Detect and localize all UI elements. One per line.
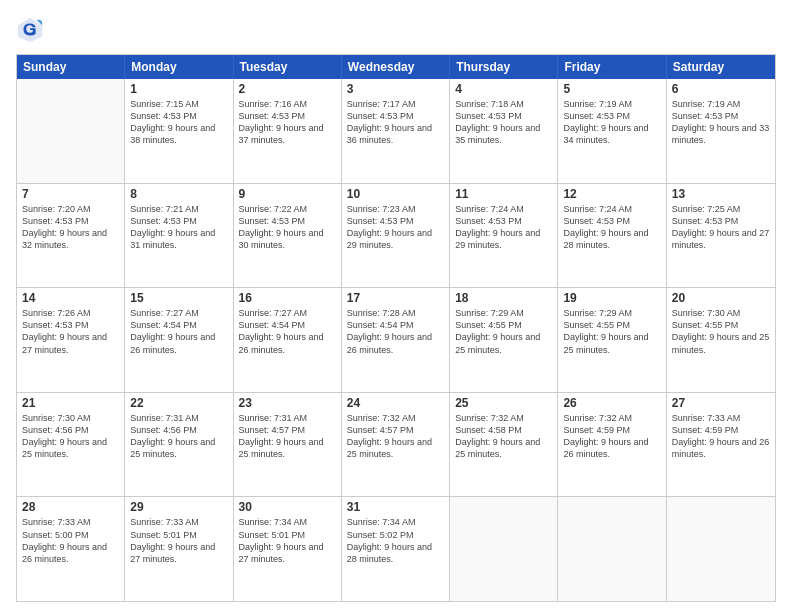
header-day-tuesday: Tuesday [234, 55, 342, 79]
cell-info: Sunrise: 7:19 AMSunset: 4:53 PMDaylight:… [672, 98, 770, 147]
cell-info: Sunrise: 7:31 AMSunset: 4:56 PMDaylight:… [130, 412, 227, 461]
cell-info: Sunrise: 7:34 AMSunset: 5:02 PMDaylight:… [347, 516, 444, 565]
header-day-monday: Monday [125, 55, 233, 79]
calendar-day-27: 27 Sunrise: 7:33 AMSunset: 4:59 PMDaylig… [667, 393, 775, 497]
calendar-empty-cell [450, 497, 558, 601]
day-number: 24 [347, 396, 444, 410]
cell-info: Sunrise: 7:22 AMSunset: 4:53 PMDaylight:… [239, 203, 336, 252]
cell-info: Sunrise: 7:30 AMSunset: 4:55 PMDaylight:… [672, 307, 770, 356]
calendar-day-1: 1 Sunrise: 7:15 AMSunset: 4:53 PMDayligh… [125, 79, 233, 183]
header-day-thursday: Thursday [450, 55, 558, 79]
day-number: 13 [672, 187, 770, 201]
cell-info: Sunrise: 7:27 AMSunset: 4:54 PMDaylight:… [239, 307, 336, 356]
day-number: 10 [347, 187, 444, 201]
calendar-day-5: 5 Sunrise: 7:19 AMSunset: 4:53 PMDayligh… [558, 79, 666, 183]
day-number: 21 [22, 396, 119, 410]
calendar-day-4: 4 Sunrise: 7:18 AMSunset: 4:53 PMDayligh… [450, 79, 558, 183]
day-number: 8 [130, 187, 227, 201]
calendar-day-22: 22 Sunrise: 7:31 AMSunset: 4:56 PMDaylig… [125, 393, 233, 497]
calendar-day-30: 30 Sunrise: 7:34 AMSunset: 5:01 PMDaylig… [234, 497, 342, 601]
calendar-day-17: 17 Sunrise: 7:28 AMSunset: 4:54 PMDaylig… [342, 288, 450, 392]
calendar-day-8: 8 Sunrise: 7:21 AMSunset: 4:53 PMDayligh… [125, 184, 233, 288]
calendar-day-23: 23 Sunrise: 7:31 AMSunset: 4:57 PMDaylig… [234, 393, 342, 497]
cell-info: Sunrise: 7:18 AMSunset: 4:53 PMDaylight:… [455, 98, 552, 147]
cell-info: Sunrise: 7:23 AMSunset: 4:53 PMDaylight:… [347, 203, 444, 252]
day-number: 16 [239, 291, 336, 305]
cell-info: Sunrise: 7:32 AMSunset: 4:58 PMDaylight:… [455, 412, 552, 461]
cell-info: Sunrise: 7:29 AMSunset: 4:55 PMDaylight:… [455, 307, 552, 356]
day-number: 7 [22, 187, 119, 201]
day-number: 19 [563, 291, 660, 305]
cell-info: Sunrise: 7:32 AMSunset: 4:57 PMDaylight:… [347, 412, 444, 461]
day-number: 23 [239, 396, 336, 410]
calendar-day-12: 12 Sunrise: 7:24 AMSunset: 4:53 PMDaylig… [558, 184, 666, 288]
calendar-day-29: 29 Sunrise: 7:33 AMSunset: 5:01 PMDaylig… [125, 497, 233, 601]
calendar-day-9: 9 Sunrise: 7:22 AMSunset: 4:53 PMDayligh… [234, 184, 342, 288]
cell-info: Sunrise: 7:30 AMSunset: 4:56 PMDaylight:… [22, 412, 119, 461]
calendar-empty-cell [558, 497, 666, 601]
cell-info: Sunrise: 7:34 AMSunset: 5:01 PMDaylight:… [239, 516, 336, 565]
calendar-day-15: 15 Sunrise: 7:27 AMSunset: 4:54 PMDaylig… [125, 288, 233, 392]
calendar-day-26: 26 Sunrise: 7:32 AMSunset: 4:59 PMDaylig… [558, 393, 666, 497]
day-number: 20 [672, 291, 770, 305]
calendar-day-20: 20 Sunrise: 7:30 AMSunset: 4:55 PMDaylig… [667, 288, 775, 392]
cell-info: Sunrise: 7:33 AMSunset: 4:59 PMDaylight:… [672, 412, 770, 461]
calendar-day-25: 25 Sunrise: 7:32 AMSunset: 4:58 PMDaylig… [450, 393, 558, 497]
calendar-day-7: 7 Sunrise: 7:20 AMSunset: 4:53 PMDayligh… [17, 184, 125, 288]
calendar-row-3: 21 Sunrise: 7:30 AMSunset: 4:56 PMDaylig… [17, 392, 775, 497]
day-number: 1 [130, 82, 227, 96]
calendar-day-2: 2 Sunrise: 7:16 AMSunset: 4:53 PMDayligh… [234, 79, 342, 183]
day-number: 27 [672, 396, 770, 410]
header-day-saturday: Saturday [667, 55, 775, 79]
day-number: 29 [130, 500, 227, 514]
logo-icon [16, 16, 44, 44]
calendar-empty-cell [667, 497, 775, 601]
day-number: 11 [455, 187, 552, 201]
calendar-day-14: 14 Sunrise: 7:26 AMSunset: 4:53 PMDaylig… [17, 288, 125, 392]
calendar-row-1: 7 Sunrise: 7:20 AMSunset: 4:53 PMDayligh… [17, 183, 775, 288]
day-number: 18 [455, 291, 552, 305]
cell-info: Sunrise: 7:24 AMSunset: 4:53 PMDaylight:… [563, 203, 660, 252]
calendar-empty-cell [17, 79, 125, 183]
day-number: 14 [22, 291, 119, 305]
cell-info: Sunrise: 7:31 AMSunset: 4:57 PMDaylight:… [239, 412, 336, 461]
calendar-day-13: 13 Sunrise: 7:25 AMSunset: 4:53 PMDaylig… [667, 184, 775, 288]
cell-info: Sunrise: 7:24 AMSunset: 4:53 PMDaylight:… [455, 203, 552, 252]
day-number: 2 [239, 82, 336, 96]
calendar-row-0: 1 Sunrise: 7:15 AMSunset: 4:53 PMDayligh… [17, 79, 775, 183]
day-number: 30 [239, 500, 336, 514]
calendar: SundayMondayTuesdayWednesdayThursdayFrid… [16, 54, 776, 602]
cell-info: Sunrise: 7:27 AMSunset: 4:54 PMDaylight:… [130, 307, 227, 356]
day-number: 6 [672, 82, 770, 96]
day-number: 26 [563, 396, 660, 410]
day-number: 31 [347, 500, 444, 514]
cell-info: Sunrise: 7:33 AMSunset: 5:00 PMDaylight:… [22, 516, 119, 565]
cell-info: Sunrise: 7:16 AMSunset: 4:53 PMDaylight:… [239, 98, 336, 147]
calendar-day-3: 3 Sunrise: 7:17 AMSunset: 4:53 PMDayligh… [342, 79, 450, 183]
cell-info: Sunrise: 7:33 AMSunset: 5:01 PMDaylight:… [130, 516, 227, 565]
cell-info: Sunrise: 7:15 AMSunset: 4:53 PMDaylight:… [130, 98, 227, 147]
day-number: 22 [130, 396, 227, 410]
calendar-day-28: 28 Sunrise: 7:33 AMSunset: 5:00 PMDaylig… [17, 497, 125, 601]
day-number: 28 [22, 500, 119, 514]
calendar-day-24: 24 Sunrise: 7:32 AMSunset: 4:57 PMDaylig… [342, 393, 450, 497]
calendar-day-10: 10 Sunrise: 7:23 AMSunset: 4:53 PMDaylig… [342, 184, 450, 288]
cell-info: Sunrise: 7:28 AMSunset: 4:54 PMDaylight:… [347, 307, 444, 356]
calendar-day-19: 19 Sunrise: 7:29 AMSunset: 4:55 PMDaylig… [558, 288, 666, 392]
day-number: 25 [455, 396, 552, 410]
calendar-day-21: 21 Sunrise: 7:30 AMSunset: 4:56 PMDaylig… [17, 393, 125, 497]
day-number: 5 [563, 82, 660, 96]
calendar-day-16: 16 Sunrise: 7:27 AMSunset: 4:54 PMDaylig… [234, 288, 342, 392]
header-day-sunday: Sunday [17, 55, 125, 79]
calendar-body: 1 Sunrise: 7:15 AMSunset: 4:53 PMDayligh… [17, 79, 775, 601]
calendar-row-2: 14 Sunrise: 7:26 AMSunset: 4:53 PMDaylig… [17, 287, 775, 392]
calendar-day-31: 31 Sunrise: 7:34 AMSunset: 5:02 PMDaylig… [342, 497, 450, 601]
cell-info: Sunrise: 7:21 AMSunset: 4:53 PMDaylight:… [130, 203, 227, 252]
cell-info: Sunrise: 7:26 AMSunset: 4:53 PMDaylight:… [22, 307, 119, 356]
cell-info: Sunrise: 7:20 AMSunset: 4:53 PMDaylight:… [22, 203, 119, 252]
calendar-day-11: 11 Sunrise: 7:24 AMSunset: 4:53 PMDaylig… [450, 184, 558, 288]
day-number: 9 [239, 187, 336, 201]
day-number: 17 [347, 291, 444, 305]
calendar-header: SundayMondayTuesdayWednesdayThursdayFrid… [17, 55, 775, 79]
logo [16, 16, 48, 44]
